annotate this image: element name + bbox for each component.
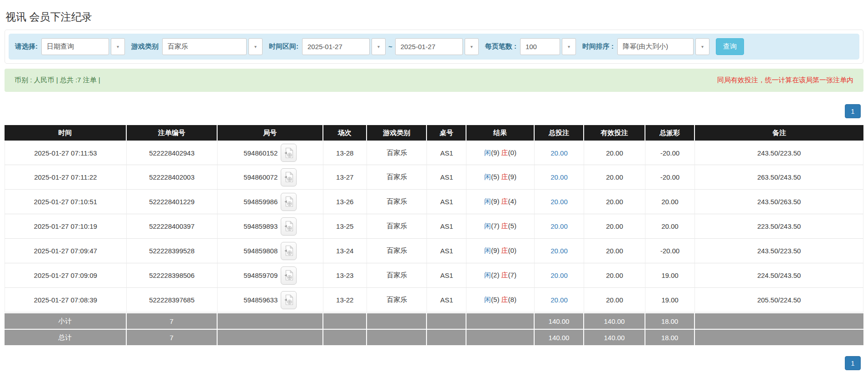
- summary-cell: [367, 312, 427, 329]
- video-replay-button[interactable]: [281, 144, 297, 162]
- total-bet-link[interactable]: 20.00: [551, 149, 568, 157]
- cell-result: 闲(7) 庄(5): [466, 214, 534, 239]
- video-icon: [284, 245, 293, 256]
- filter-bar: 请选择: 日期查询 ▾ 游戏类别 百家乐 ▾ 时间区间: 2025-01-27 …: [9, 34, 859, 60]
- result-player-label: 闲: [484, 271, 491, 279]
- total-bet-link[interactable]: 20.00: [551, 222, 568, 230]
- cell-total-bet: 20.00: [535, 141, 585, 165]
- total-bet-link[interactable]: 20.00: [551, 271, 568, 279]
- column-header: 有效投注: [584, 125, 645, 141]
- column-header: 时间: [5, 125, 127, 141]
- cell-table-no: AS1: [427, 141, 466, 165]
- cell-valid-bet: 20.00: [584, 263, 645, 288]
- summary-cell: 18.00: [645, 312, 695, 329]
- cell-game-type: 百家乐: [367, 288, 427, 312]
- cell-round-id: 594859709: [218, 263, 323, 288]
- date-from-select[interactable]: 2025-01-27 ▾: [302, 38, 386, 55]
- chevron-down-icon[interactable]: ▾: [248, 38, 263, 55]
- column-header: 结果: [466, 125, 534, 141]
- result-player-label: 闲: [484, 149, 491, 156]
- summary-cell: [218, 312, 323, 329]
- time-sort-select[interactable]: 降幂(由大到小) ▾: [617, 38, 709, 55]
- pagination-top: 1: [5, 104, 861, 118]
- cell-game-type: 百家乐: [367, 263, 427, 288]
- chevron-down-icon[interactable]: ▾: [465, 38, 479, 55]
- cell-payout: 19.00: [645, 263, 695, 288]
- search-button[interactable]: 查询: [716, 38, 744, 55]
- summary-cell: [218, 329, 323, 345]
- cell-result: 闲(9) 庄(0): [466, 239, 534, 263]
- video-replay-button[interactable]: [281, 242, 297, 260]
- cell-total-bet: 20.00: [535, 190, 585, 214]
- cell-total-bet: 20.00: [535, 263, 585, 288]
- summary-cell: 140.00: [535, 312, 585, 329]
- cell-payout: -20.00: [645, 141, 695, 165]
- page-button[interactable]: 1: [845, 104, 861, 118]
- cell-time: 2025-01-27 07:09:47: [5, 239, 127, 263]
- table-row: 2025-01-27 07:09:47522228399528594859808…: [5, 239, 863, 263]
- pagination-bottom: 1: [5, 356, 861, 370]
- game-type-select[interactable]: 百家乐 ▾: [162, 38, 263, 55]
- video-icon: [284, 147, 293, 159]
- video-replay-button[interactable]: [281, 193, 297, 211]
- time-sort-value: 降幂(由大到小): [617, 38, 694, 55]
- cell-total-bet: 20.00: [535, 288, 585, 312]
- total-bet-link[interactable]: 20.00: [551, 173, 568, 181]
- cell-time: 2025-01-27 07:11:22: [5, 165, 127, 190]
- cell-result: 闲(5) 庄(8): [466, 288, 534, 312]
- cell-payout: -20.00: [645, 239, 695, 263]
- table-row: 2025-01-27 07:10:51522228401229594859986…: [5, 190, 863, 214]
- page-button[interactable]: 1: [845, 356, 861, 370]
- cell-round-id: 594859808: [218, 239, 323, 263]
- summary-cell: 18.00: [645, 329, 695, 345]
- date-to-value: 2025-01-27: [395, 38, 463, 55]
- column-header: 场次: [323, 125, 367, 141]
- date-to-select[interactable]: 2025-01-27 ▾: [395, 38, 479, 55]
- cell-time: 2025-01-27 07:10:51: [5, 190, 127, 214]
- cell-result: 闲(2) 庄(7): [466, 263, 534, 288]
- cell-payout: 19.00: [645, 288, 695, 312]
- video-icon: [284, 221, 293, 232]
- cell-bet-id: 522228399528: [127, 239, 218, 263]
- chevron-down-icon[interactable]: ▾: [372, 38, 386, 55]
- cell-session: 13-27: [323, 165, 367, 190]
- cell-remark: 243.50/223.50: [695, 239, 863, 263]
- range-separator: ~: [388, 43, 392, 50]
- table-row: 2025-01-27 07:08:39522228397685594859633…: [5, 288, 863, 312]
- column-header: 局号: [218, 125, 323, 141]
- video-replay-button[interactable]: [281, 266, 297, 285]
- cell-remark: 243.50/263.50: [695, 190, 863, 214]
- cell-bet-id: 522228400397: [127, 214, 218, 239]
- video-replay-button[interactable]: [281, 291, 297, 309]
- summary-cell: 7: [127, 329, 218, 345]
- total-bet-link[interactable]: 20.00: [551, 296, 568, 304]
- video-icon: [284, 171, 293, 183]
- cell-round-id: 594859633: [218, 288, 323, 312]
- summary-cell: 总计: [5, 329, 127, 345]
- chevron-down-icon[interactable]: ▾: [562, 38, 576, 55]
- cell-remark: 223.50/243.50: [695, 214, 863, 239]
- cell-bet-id: 522228402003: [127, 165, 218, 190]
- round-id-wrap: 594860072: [243, 168, 297, 186]
- cell-table-no: AS1: [427, 288, 466, 312]
- round-id-wrap: 594859709: [243, 266, 297, 285]
- cell-session: 13-23: [323, 263, 367, 288]
- query-type-label: 请选择:: [15, 42, 38, 51]
- round-id-wrap: 594859893: [243, 217, 297, 236]
- date-from-value: 2025-01-27: [302, 38, 370, 55]
- chevron-down-icon[interactable]: ▾: [695, 38, 709, 55]
- video-replay-button[interactable]: [281, 168, 297, 186]
- query-type-select[interactable]: 日期查询 ▾: [41, 38, 125, 55]
- summary-bar: 币别 : 人民币 | 总共 :7 注单 | 同局有效投注，统一计算在该局第一张注…: [5, 69, 863, 92]
- summary-cell: [427, 329, 466, 345]
- result-player-label: 闲: [484, 296, 491, 303]
- cell-time: 2025-01-27 07:10:19: [5, 214, 127, 239]
- per-page-select[interactable]: 100 ▾: [520, 38, 576, 55]
- currency-total-text: 币别 : 人民币 | 总共 :7 注单 |: [15, 76, 100, 85]
- total-bet-link[interactable]: 20.00: [551, 247, 568, 255]
- cell-remark: 243.50/223.50: [695, 141, 863, 165]
- chevron-down-icon[interactable]: ▾: [111, 38, 125, 55]
- total-bet-link[interactable]: 20.00: [551, 198, 568, 206]
- video-replay-button[interactable]: [281, 217, 297, 236]
- cell-session: 13-26: [323, 190, 367, 214]
